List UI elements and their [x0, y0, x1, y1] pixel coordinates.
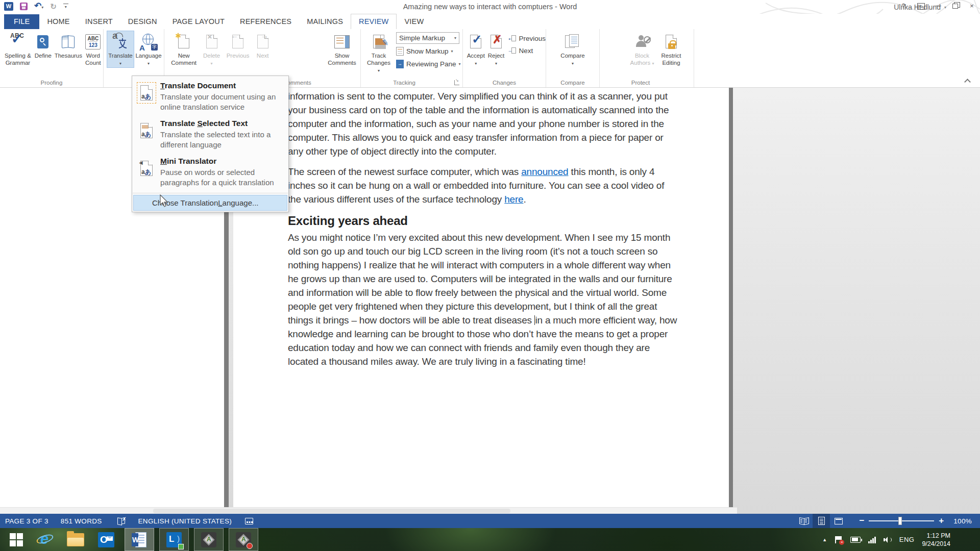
show-markup-button[interactable]: Show Markup ▾: [396, 45, 461, 57]
spelling-grammar-button[interactable]: ABC✓ Spelling & Grammar: [3, 31, 33, 66]
undo-dropdown-icon[interactable]: ▾: [41, 5, 43, 10]
paragraph: information is sent to the computer. Ver…: [288, 89, 680, 158]
restore-icon[interactable]: [952, 4, 958, 9]
hyperlink[interactable]: here: [504, 194, 523, 205]
menu-item-mini-translator[interactable]: ◄aあ Mini Translator Pause on words or se…: [132, 154, 288, 191]
power-icon[interactable]: [850, 537, 861, 543]
translate-button[interactable]: a Translate ▾: [107, 31, 134, 67]
tab-page-layout[interactable]: PAGE LAYOUT: [165, 14, 232, 29]
page-indicator[interactable]: PAGE 3 OF 3: [5, 517, 48, 525]
undo-button[interactable]: ↶▾: [34, 2, 43, 11]
horizontal-scrollbar[interactable]: [0, 507, 737, 514]
print-layout-button[interactable]: [813, 514, 830, 528]
previous-comment-icon: ←: [232, 35, 243, 48]
close-icon[interactable]: ×: [968, 1, 976, 11]
define-button[interactable]: Define: [33, 31, 54, 59]
accept-button[interactable]: ✓ Accept ▾: [465, 31, 486, 67]
zoom-percentage[interactable]: 100%: [953, 517, 972, 525]
word-icon: W: [132, 532, 147, 547]
show-comments-button[interactable]: Show Comments: [324, 31, 360, 66]
hyperlink[interactable]: announced: [521, 166, 568, 177]
zoom-slider-knob[interactable]: [898, 517, 902, 525]
previous-change-icon: ←: [508, 34, 516, 42]
restrict-editing-button[interactable]: Restrict Editing: [656, 31, 686, 66]
taskbar-screen-capture[interactable]: A: [194, 528, 224, 551]
show-hidden-icons-icon[interactable]: ▲: [822, 537, 827, 542]
menu-item-translate-document[interactable]: aあ Translate Document Translate your doc…: [132, 78, 288, 116]
network-icon[interactable]: [868, 536, 876, 543]
tray-date: 9/24/2014: [922, 540, 950, 548]
start-button[interactable]: [5, 533, 28, 546]
delete-icon: ×: [206, 35, 217, 48]
volume-icon[interactable]: [884, 536, 892, 543]
word-count-button[interactable]: ABC123 Word Count: [83, 31, 103, 66]
word-count-icon: ABC123: [85, 34, 101, 49]
tab-design[interactable]: DESIGN: [120, 14, 165, 29]
menu-item-choose-translation-language[interactable]: Choose Translation Language...: [133, 195, 287, 211]
input-language-indicator[interactable]: ENG: [899, 536, 915, 543]
tab-references[interactable]: REFERENCES: [232, 14, 299, 29]
help-icon[interactable]: ?: [899, 1, 908, 11]
taskbar-screen-recorder[interactable]: A: [229, 528, 258, 551]
zoom-out-icon[interactable]: −: [854, 516, 869, 526]
screen-recorder-icon: A: [236, 532, 251, 547]
taskbar-word[interactable]: W: [125, 528, 154, 551]
ribbon-tabs: FILE HOME INSERT DESIGN PAGE LAYOUT REFE…: [0, 14, 980, 29]
new-comment-icon: ✱: [178, 35, 189, 48]
file-explorer-icon: [67, 533, 84, 546]
page-3[interactable]: information is sent to the computer. Ver…: [233, 88, 733, 507]
macro-recording-icon[interactable]: [245, 518, 253, 524]
tab-file[interactable]: FILE: [4, 14, 39, 29]
word-app-icon: W: [4, 2, 13, 11]
previous-change-button[interactable]: ← Previous: [508, 32, 546, 44]
show-markup-icon: [396, 47, 404, 56]
group-label-proofing: Proofing: [0, 80, 103, 86]
menu-item-translate-selected-text[interactable]: aあ Translate Selected Text Translate the…: [132, 116, 288, 154]
new-comment-button[interactable]: ✱ New Comment: [168, 31, 199, 66]
taskbar-lync[interactable]: L): [159, 528, 189, 551]
language-indicator[interactable]: ENGLISH (UNITED STATES): [138, 517, 232, 525]
group-label-compare: Compare: [546, 80, 599, 86]
reject-button[interactable]: ✗ Reject ▾: [486, 31, 506, 67]
track-changes-button[interactable]: ✎ Track Changes ▾: [363, 31, 394, 74]
reviewing-pane-dropdown-icon: ▾: [459, 62, 461, 66]
language-dropdown-icon: ▾: [148, 60, 150, 67]
customize-qat-icon[interactable]: ▾: [63, 4, 68, 9]
web-layout-button[interactable]: [830, 514, 847, 528]
reviewing-pane-button[interactable]: Reviewing Pane ▾: [396, 58, 461, 69]
thesaurus-button[interactable]: Thesaurus: [54, 31, 83, 59]
compare-button[interactable]: Compare ▾: [556, 31, 589, 67]
markup-select[interactable]: Simple Markup ▾: [396, 32, 459, 44]
internet-explorer-icon: e: [37, 532, 53, 547]
word-count-indicator[interactable]: 851 WORDS: [61, 517, 102, 525]
proofing-status-icon[interactable]: [117, 518, 126, 524]
tab-review[interactable]: REVIEW: [351, 14, 397, 29]
print-layout-icon: [818, 517, 825, 525]
markup-dropdown-icon: ▾: [454, 36, 456, 40]
taskbar-file-explorer[interactable]: [62, 528, 89, 551]
mini-translator-icon: ◄aあ: [137, 158, 156, 179]
tab-insert[interactable]: INSERT: [78, 14, 120, 29]
next-change-button[interactable]: → Next: [508, 44, 546, 57]
tab-view[interactable]: VIEW: [397, 14, 431, 29]
tray-clock[interactable]: 1:12 PM 9/24/2014: [922, 532, 950, 548]
ribbon-display-options-icon[interactable]: [917, 3, 925, 10]
horizontal-scrollbar-thumb[interactable]: [153, 509, 510, 513]
minimize-icon[interactable]: ─: [935, 1, 943, 11]
tab-mailings[interactable]: MAILINGS: [299, 14, 351, 29]
redo-icon[interactable]: ↻: [50, 2, 57, 11]
action-center-icon[interactable]: ×: [835, 536, 843, 544]
next-comment-icon: →: [257, 35, 268, 48]
group-label-tracking: Tracking: [361, 80, 448, 86]
taskbar-internet-explorer[interactable]: e: [32, 528, 58, 551]
web-layout-icon: [835, 518, 843, 524]
save-icon[interactable]: [20, 3, 28, 10]
tracking-dialog-launcher-icon[interactable]: [454, 80, 459, 85]
language-button[interactable]: A字 Language ▾: [134, 31, 163, 67]
zoom-slider[interactable]: [869, 520, 934, 521]
taskbar-outlook[interactable]: O: [93, 528, 119, 551]
collapse-ribbon-icon[interactable]: [965, 79, 970, 83]
zoom-in-icon[interactable]: +: [934, 516, 948, 526]
read-mode-button[interactable]: [795, 514, 813, 528]
tab-home[interactable]: HOME: [39, 14, 77, 29]
